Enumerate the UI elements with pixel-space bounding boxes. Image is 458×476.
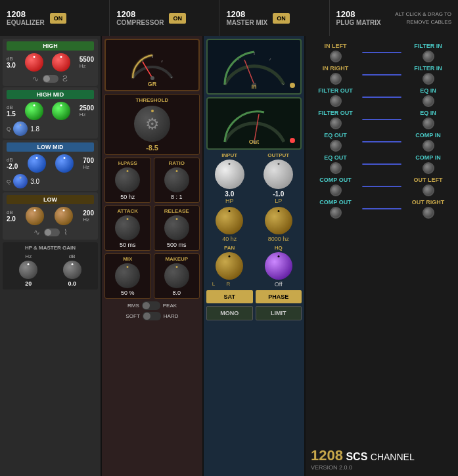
- pan-knob[interactable]: [216, 252, 243, 280]
- hq-knob[interactable]: [265, 252, 292, 280]
- hp-hz-knob[interactable]: [19, 261, 37, 279]
- eq-hm-db-knob[interactable]: [25, 102, 43, 120]
- port-connector-left[interactable]: [330, 207, 342, 219]
- rms-peak-toggle[interactable]: [142, 301, 160, 310]
- lp-freq-knob[interactable]: [265, 207, 292, 234]
- port-connector-left[interactable]: [330, 51, 342, 62]
- port-label-right: FILTER IN: [414, 65, 442, 72]
- hpass-knob[interactable]: [115, 167, 140, 192]
- port-connector-left[interactable]: [330, 95, 342, 107]
- eq-name: EQUALIZER: [7, 19, 45, 27]
- eq-lm-q-value: 3.0: [30, 178, 39, 185]
- threshold-knob[interactable]: ⚙: [134, 106, 170, 142]
- port-label-right: FILTER IN: [414, 43, 442, 49]
- release-knob[interactable]: [164, 215, 189, 240]
- port-connector-right[interactable]: [423, 162, 434, 174]
- input-knob[interactable]: [215, 160, 244, 189]
- eq-low-db-knob[interactable]: [26, 207, 44, 225]
- mix-knob-dot: [127, 266, 129, 268]
- threshold-value: -8.5: [108, 144, 196, 152]
- hpass-ratio-row: H.PASS 50 hz RATIO 8 : 1: [104, 158, 200, 203]
- matrix-title: 1208 PLUG MATRIX: [336, 9, 381, 28]
- eq-high-db-knob[interactable]: [25, 53, 43, 72]
- header-matrix: 1208 PLUG MATRIX ALT CLICK & DRAG TOREMO…: [330, 0, 458, 36]
- soft-hard-toggle[interactable]: [143, 312, 161, 320]
- port-connector-right[interactable]: [423, 73, 434, 85]
- input-wrap: INPUT 3.0 HP: [206, 152, 253, 204]
- port-connector-right[interactable]: [423, 184, 434, 196]
- rms-peak-row: RMS PEAK: [104, 301, 200, 310]
- limit-button[interactable]: LIMIT: [256, 306, 302, 320]
- output-value: -1.0: [256, 190, 302, 198]
- master-db-knob[interactable]: [63, 261, 81, 279]
- eq-low-freq-knob[interactable]: [55, 207, 73, 225]
- comp-on-button[interactable]: ON: [169, 13, 186, 24]
- port-connector-right[interactable]: [423, 51, 434, 62]
- eq-lm-q-knob[interactable]: [13, 174, 28, 188]
- hp-freq-knob[interactable]: [216, 207, 243, 234]
- hpass-value: 50 hz: [107, 194, 149, 200]
- eq-high-freq-knob[interactable]: [52, 53, 70, 72]
- eq-high-mid-controls: dB 1.5 2500 Hz: [7, 102, 94, 120]
- mix-on-button[interactable]: ON: [273, 13, 290, 24]
- wave-icon-2: S: [62, 74, 68, 83]
- port-connector-right[interactable]: [423, 140, 434, 152]
- matrix-port-right: FILTER IN: [403, 65, 453, 85]
- port-connector-left[interactable]: [330, 118, 342, 129]
- eq-hm-freq-knob[interactable]: [52, 102, 70, 120]
- out-meter-label: Out: [249, 139, 260, 145]
- phase-button[interactable]: PHASE: [256, 290, 302, 303]
- knob-dot: [34, 209, 36, 211]
- port-connector-left[interactable]: [330, 73, 342, 85]
- toggle-track-2[interactable]: [44, 228, 60, 236]
- eq-hm-q-knob[interactable]: [13, 121, 28, 136]
- port-connector-left[interactable]: [330, 162, 342, 174]
- mono-button[interactable]: MONO: [206, 306, 253, 320]
- mix-knob[interactable]: [115, 263, 140, 288]
- header-eq: 1208 EQUALIZER ON: [0, 0, 110, 36]
- hp-master-title: HP & MASTER GAIN: [7, 245, 94, 251]
- makeup-cell: MAKEUP 8.0: [154, 253, 200, 299]
- hpass-knob-dot: [127, 170, 129, 172]
- attack-cell: ATTACK 50 ms: [104, 206, 151, 251]
- attack-knob-dot: [127, 218, 129, 220]
- matrix-row: IN LEFT FILTER IN: [311, 41, 453, 64]
- release-knob-dot: [175, 218, 177, 220]
- knob-dot: [60, 56, 62, 58]
- port-label-right: EQ IN: [420, 110, 436, 116]
- port-connector-right[interactable]: [423, 207, 434, 219]
- cable-svg: [360, 65, 403, 85]
- matrix-port-left: COMP OUT: [311, 177, 360, 196]
- eq-low-db-wrap: dB 2.0: [7, 209, 16, 223]
- header-mix: 1208 MASTER MIX ON: [219, 0, 329, 36]
- makeup-knob[interactable]: [164, 263, 189, 288]
- eq-high-toggle: ∿ S: [7, 74, 94, 83]
- matrix-name: PLUG MATRIX: [336, 19, 381, 27]
- ratio-cell: RATIO 8 : 1: [154, 158, 200, 203]
- port-connector-left[interactable]: [330, 140, 342, 152]
- mix-in-meter: In: [206, 39, 302, 95]
- port-connector-left[interactable]: [330, 184, 342, 196]
- eq-band-low: LOW dB 2.0 200 Hz ∿: [3, 192, 98, 240]
- footer-brand-wrap: 1208 SCS CHANNEL VERSION 2.0.0: [311, 447, 415, 471]
- toggle-track[interactable]: [43, 75, 58, 83]
- eq-on-button[interactable]: ON: [50, 13, 67, 24]
- sat-button[interactable]: SAT: [206, 290, 253, 303]
- eq-hm-q-row: Q 1.8: [7, 121, 94, 136]
- eq-low-mid-title: LOW MID: [7, 142, 94, 152]
- ratio-knob[interactable]: [164, 167, 189, 192]
- eq-lm-db-knob[interactable]: [28, 154, 46, 173]
- eq-lm-freq-knob[interactable]: [55, 154, 74, 173]
- port-label-left: EQ OUT: [324, 132, 347, 139]
- threshold-section: THRESHOLD ⚙ -8.5: [104, 94, 200, 155]
- hp-sublabel: HP: [206, 198, 253, 204]
- master-db-value: 0.0: [63, 280, 81, 287]
- port-connector-right[interactable]: [423, 95, 434, 107]
- port-label-left: IN RIGHT: [323, 65, 349, 72]
- port-connector-right[interactable]: [423, 118, 434, 129]
- output-knob[interactable]: [263, 160, 293, 189]
- attack-knob[interactable]: [115, 215, 140, 240]
- knob-dot: [20, 177, 22, 179]
- eq-low-freq-wrap: 200 Hz: [83, 209, 94, 223]
- eq-hm-db-label: dB: [7, 104, 16, 110]
